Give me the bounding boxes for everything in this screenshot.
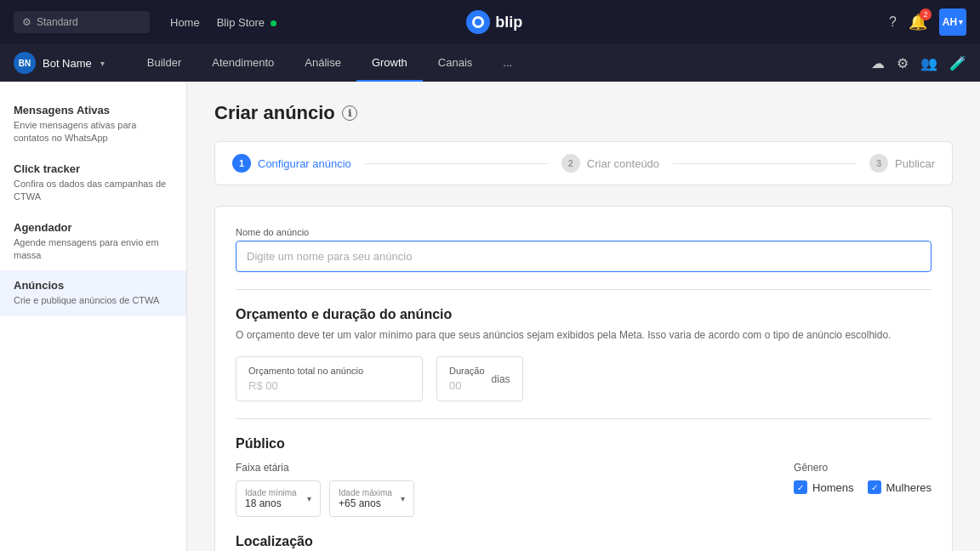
faixa-etaria: Faixa etária Idade mínima 18 anos ▾ Idad… (236, 462, 760, 517)
step-3-label: Publicar (895, 157, 935, 170)
nav-link-blipstore[interactable]: Blip Store (217, 16, 276, 29)
avatar-chevron: ▾ (959, 18, 963, 26)
tab-analise[interactable]: Análise (289, 44, 356, 82)
homens-checkbox[interactable]: ✓ Homens (794, 480, 853, 494)
divider-2 (236, 418, 932, 419)
duration-value: 00 (449, 379, 485, 392)
logo: blip (466, 10, 522, 34)
step-3: 3 Publicar (869, 154, 935, 173)
step-2: 2 Criar conteúdo (561, 154, 659, 173)
step-line-2 (673, 163, 856, 164)
divider-1 (236, 289, 932, 290)
step-3-circle: 3 (869, 154, 888, 173)
sidebar-item-desc: Crie e publique anúncios de CTWA (14, 294, 173, 307)
sidebar-item-title: Mensagens Ativas (14, 104, 173, 116)
bot-info[interactable]: BN Bot Name ▾ (14, 52, 105, 74)
idade-minima-select[interactable]: Idade mínima 18 anos ▾ (236, 480, 321, 517)
svg-point-1 (475, 19, 481, 26)
sidebar-item-title: Anúncios (14, 279, 173, 292)
step-1: 1 Configurar anúncio (232, 154, 351, 173)
blip-store-dot (271, 20, 276, 26)
second-nav: BN Bot Name ▾ Builder Atendimento Anális… (0, 44, 980, 82)
tab-builder[interactable]: Builder (132, 44, 197, 82)
duration-field[interactable]: Duração 00 dias (436, 356, 523, 401)
sidebar-item-agendador[interactable]: Agendador Agende mensagens para envio em… (0, 213, 186, 271)
homens-label: Homens (812, 481, 853, 494)
sidebar-item-title: Agendador (14, 221, 173, 234)
faixa-etaria-label: Faixa etária (236, 462, 760, 474)
idade-maxima-chevron-icon: ▾ (401, 494, 405, 503)
genero: Gênero ✓ Homens ✓ Mulheres (794, 462, 932, 494)
notification-icon[interactable]: 🔔 2 (909, 13, 927, 31)
second-nav-icons: ☁ ⚙ 👥 🧪 (871, 55, 966, 71)
idade-maxima-value: +65 anos (339, 497, 392, 509)
sidebar-item-click-tracker[interactable]: Click tracker Confira os dados das campa… (0, 154, 186, 213)
localizacao-title: Localização (236, 534, 932, 549)
check-icon: ✓ (797, 483, 804, 492)
cloud-icon[interactable]: ☁ (871, 55, 885, 71)
top-nav: ⚙ Standard Home Blip Store blip ? 🔔 2 AH… (0, 0, 980, 44)
tab-growth[interactable]: Growth (356, 44, 423, 82)
nav-link-home[interactable]: Home (170, 16, 200, 29)
budget-label: Orçamento total no anúncio (248, 366, 410, 376)
step-1-circle: 1 (232, 154, 251, 173)
duration-label: Duração (449, 366, 485, 376)
idade-maxima-label: Idade máxima (339, 488, 392, 497)
search-placeholder: Standard (37, 16, 78, 28)
tab-more[interactable]: ... (487, 44, 527, 82)
budget-field[interactable]: Orçamento total no anúncio R$ 00 (236, 356, 423, 401)
logo-icon (466, 10, 490, 34)
publico-row: Faixa etária Idade mínima 18 anos ▾ Idad… (236, 462, 932, 517)
step-1-label: Configurar anúncio (258, 157, 351, 170)
publico-title: Público (236, 436, 932, 452)
sidebar-item-desc: Envie mensagens ativas para contatos no … (14, 119, 173, 145)
faixa-selects: Idade mínima 18 anos ▾ Idade máxima +65 … (236, 480, 760, 517)
top-nav-right: ? 🔔 2 AH ▾ (889, 9, 966, 36)
idade-minima-chevron-icon: ▾ (307, 494, 311, 503)
sidebar-item-title: Click tracker (14, 162, 173, 175)
mulheres-checkbox[interactable]: ✓ Mulheres (868, 480, 932, 494)
sidebar-item-anuncios[interactable]: Anúncios Crie e publique anúncios de CTW… (0, 270, 186, 315)
sidebar: Mensagens Ativas Envie mensagens ativas … (0, 82, 187, 551)
tab-atendimento[interactable]: Atendimento (197, 44, 289, 82)
genero-options: ✓ Homens ✓ Mulheres (794, 480, 932, 494)
main-content: Criar anúncio ℹ 1 Configurar anúncio 2 C… (187, 82, 980, 551)
sidebar-item-desc: Confira os dados das campanhas de CTWA (14, 178, 173, 204)
help-icon[interactable]: ? (889, 14, 897, 30)
homens-checkbox-box: ✓ (794, 480, 807, 494)
name-input[interactable] (236, 241, 932, 272)
stepper: 1 Configurar anúncio 2 Criar conteúdo 3 … (214, 141, 953, 185)
duration-unit: dias (492, 373, 510, 385)
idade-minima-value: 18 anos (245, 497, 297, 509)
budget-value: R$ 00 (248, 379, 410, 392)
step-2-circle: 2 (561, 154, 580, 173)
sidebar-item-mensagens-ativas[interactable]: Mensagens Ativas Envie mensagens ativas … (0, 95, 186, 154)
search-icon: ⚙ (22, 16, 31, 28)
main-layout: Mensagens Ativas Envie mensagens ativas … (0, 82, 980, 551)
budget-row: Orçamento total no anúncio R$ 00 Duração… (236, 356, 932, 401)
lab-icon[interactable]: 🧪 (949, 55, 966, 71)
tab-canais[interactable]: Canais (423, 44, 487, 82)
notification-badge: 2 (920, 9, 932, 20)
gear-icon[interactable]: ⚙ (897, 55, 909, 71)
bot-name: Bot Name (43, 57, 92, 70)
search-box[interactable]: ⚙ Standard (14, 11, 150, 33)
bot-avatar: BN (14, 52, 36, 74)
budget-section-title: Orçamento e duração do anúncio (236, 307, 932, 322)
check-icon: ✓ (871, 483, 878, 492)
idade-maxima-select[interactable]: Idade máxima +65 anos ▾ (329, 480, 414, 517)
sidebar-item-desc: Agende mensagens para envio em massa (14, 236, 173, 263)
mulheres-checkbox-box: ✓ (868, 480, 881, 494)
form-card: Nome do anúncio Orçamento e duração do a… (214, 206, 953, 551)
top-nav-links: Home Blip Store (170, 16, 276, 29)
bot-chevron-icon: ▾ (100, 59, 105, 68)
genero-label: Gênero (794, 462, 932, 474)
idade-minima-label: Idade mínima (245, 488, 297, 497)
budget-section-desc: O orçamento deve ter um valor mínimo par… (236, 327, 932, 343)
step-line-1 (365, 163, 548, 164)
nav-tabs: Builder Atendimento Análise Growth Canai… (132, 44, 527, 82)
step-2-label: Criar conteúdo (587, 157, 659, 170)
info-icon[interactable]: ℹ (342, 105, 357, 121)
user-avatar[interactable]: AH ▾ (939, 9, 966, 36)
team-icon[interactable]: 👥 (920, 55, 937, 71)
